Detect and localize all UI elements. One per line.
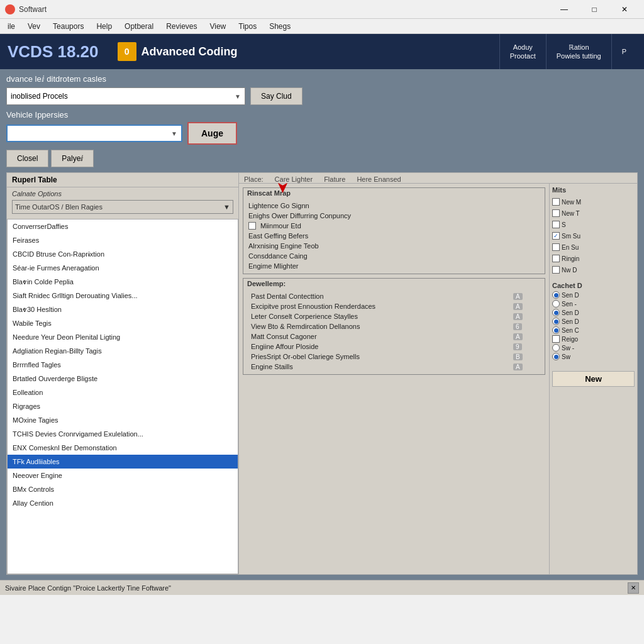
mits-item: New M <box>552 197 635 206</box>
list-item[interactable]: Wabile Tegis <box>8 316 238 330</box>
checkbox-icon[interactable] <box>552 209 560 217</box>
left-list: ConverrserDaffies Feirases CBCID Btruse … <box>7 219 238 574</box>
radio-icon[interactable] <box>552 318 560 325</box>
menu-optberal[interactable]: Optberal <box>119 21 158 32</box>
status-close-button[interactable]: ✕ <box>628 582 639 594</box>
list-item-selected[interactable]: TFk Audliiables <box>8 455 238 469</box>
status-text: Sivaire Place Contign "Proice Lackertly … <box>5 584 171 592</box>
checkbox-icon[interactable] <box>248 222 256 230</box>
checkbox-icon[interactable] <box>552 266 560 274</box>
dewellemp-content: Past Dental Contecttion A Excipitve pros… <box>243 289 545 374</box>
aoduy-button[interactable]: Aoduy Prootact <box>499 34 546 69</box>
list-item[interactable]: Brrrnfled Tagles <box>8 358 238 372</box>
mits-item: Ringin <box>552 254 635 263</box>
table-row: Leter Conselt Corperience Staylles A <box>248 311 540 321</box>
radio-icon[interactable] <box>552 300 560 308</box>
mits-item: Nw D <box>552 265 635 274</box>
rinscat-row: Consddance Caing <box>248 251 540 261</box>
list-item[interactable]: Séar-ie Furmes Aneragation <box>8 261 238 275</box>
ration-button[interactable]: ℝation Powiels tutting <box>546 34 611 69</box>
close-button[interactable]: Closel <box>6 150 48 167</box>
menu-teaupors[interactable]: Teaupors <box>48 21 89 32</box>
menu-bar: ile Vev Teaupors Help Optberal Revieves … <box>0 19 644 34</box>
list-item[interactable]: ConverrserDaffies <box>8 219 238 233</box>
vehicle-dropdown[interactable]: ▼ <box>6 125 182 142</box>
cachet-item: Sen C <box>552 326 635 335</box>
minimize-button[interactable]: — <box>550 3 579 16</box>
checkbox-icon[interactable] <box>552 255 560 262</box>
rinscat-content: Lightence Go Signn Enighs Ower Diffurrin… <box>243 198 545 274</box>
new-badge[interactable]: New <box>552 371 635 387</box>
table-row: PriesSript Or-obel Clariege Symells B <box>248 352 540 362</box>
table-row: View Bto & Remdircation Dellanons 6 <box>248 321 540 331</box>
cachet-item: Sen D <box>552 317 635 326</box>
radio-icon[interactable] <box>552 309 560 316</box>
radio-icon[interactable] <box>552 353 560 360</box>
mits-item: S <box>552 220 635 229</box>
cachet-item: Sen D <box>552 308 635 317</box>
checkbox-icon[interactable] <box>552 232 560 240</box>
red-arrow-icon: ➤ <box>274 181 292 194</box>
cachet-title: Cachet D <box>552 282 635 289</box>
say-clud-button[interactable]: Say Clud <box>250 87 303 105</box>
radio-icon[interactable] <box>552 291 560 299</box>
row-2: ▼ Auge <box>6 122 638 145</box>
list-item[interactable]: Siaft Rnidec Grlltign Derouating Vialies… <box>8 289 238 303</box>
cachet-item: Reigo <box>552 335 635 343</box>
menu-ile[interactable]: ile <box>3 21 20 32</box>
close-button[interactable]: ✕ <box>610 3 639 16</box>
radio-icon[interactable] <box>552 344 560 352</box>
checkbox-icon[interactable] <box>552 198 560 206</box>
list-item[interactable]: Allay Cention <box>8 496 238 510</box>
checkbox-icon[interactable] <box>552 221 560 228</box>
window-title: Softwart <box>19 5 47 14</box>
list-item[interactable]: TCHIS Devies Cronrvigamed Exulelation... <box>8 427 238 441</box>
list-item[interactable]: Needure Yeur Deon Plenital Ligting <box>8 330 238 344</box>
list-item[interactable]: Rigrages <box>8 399 238 413</box>
auge-button[interactable]: Auge <box>187 122 237 145</box>
list-item[interactable]: MOxine Tagies <box>8 413 238 427</box>
menu-revieves[interactable]: Revieves <box>161 21 202 32</box>
cachet-section: Cachet D Sen D Sen - Sen D <box>552 282 635 361</box>
title-bar: Softwart — □ ✕ <box>0 0 644 19</box>
cachet-item: Sen - <box>552 299 635 308</box>
dropdown-arrow-icon: ▼ <box>235 93 241 100</box>
app-icon <box>5 4 15 14</box>
list-item[interactable]: Brtatled Ouverderge Bligste <box>8 372 238 386</box>
list-item[interactable]: Neeover Engine <box>8 469 238 482</box>
p-button[interactable]: P <box>611 34 636 69</box>
mits-title: Mits <box>552 186 635 194</box>
cachet-item: Sw - <box>552 343 635 352</box>
calinate-options: Calnate Options Time OutarOS / Blen Ragi… <box>7 187 238 219</box>
header-buttons: Aoduy Prootact ℝation Powiels tutting P <box>499 34 636 69</box>
process-dropdown[interactable]: inoblised Procels ▼ <box>6 87 245 105</box>
adv-coding-icon: 0 <box>118 42 136 61</box>
checkbox-icon[interactable] <box>552 243 560 251</box>
list-item[interactable]: ENX Comesknl Ber Demonstation <box>8 441 238 455</box>
menu-tipos[interactable]: Tipos <box>233 21 262 32</box>
radio-icon[interactable] <box>552 326 560 334</box>
list-item[interactable]: Feirases <box>8 233 238 247</box>
menu-shegs[interactable]: Shegs <box>264 21 296 32</box>
menu-view[interactable]: View <box>204 21 231 32</box>
menu-help[interactable]: Help <box>91 21 117 32</box>
tab-here-enansed[interactable]: Here Enansed <box>357 175 401 183</box>
maximize-button[interactable]: □ <box>580 3 609 16</box>
mits-item: Sm Su <box>552 231 635 240</box>
content-area: Ruperl Table Calnate Options Time OutarO… <box>6 172 638 575</box>
rinscat-row: Miinmour Etd <box>248 221 540 231</box>
list-item[interactable]: Eolleation <box>8 386 238 399</box>
list-item[interactable]: BMx Controls <box>8 482 238 496</box>
list-item[interactable]: Adgliation Regian-Billty Tagis <box>8 344 238 358</box>
tab-place[interactable]: Place: <box>244 175 264 183</box>
checkbox-icon[interactable] <box>552 335 560 343</box>
list-item[interactable]: Blaⱴin Colde Peplia <box>8 275 238 289</box>
list-item[interactable]: CBCID Btruse Con-Raprɨxtion <box>8 247 238 261</box>
palyed-button[interactable]: Palyeⅈ <box>51 150 94 167</box>
time-outar-dropdown[interactable]: Time OutarOS / Blen Ragies ▼ <box>12 200 233 214</box>
menu-vev[interactable]: Vev <box>23 21 45 32</box>
app-logo: VCDS 18.20 <box>8 42 99 62</box>
tab-flature[interactable]: Flature <box>324 175 345 183</box>
list-item[interactable]: Blaⱴ30 Hesltion <box>8 303 238 316</box>
table-row: Excipitve prost Ennoustion Renderdaces A <box>248 301 540 311</box>
